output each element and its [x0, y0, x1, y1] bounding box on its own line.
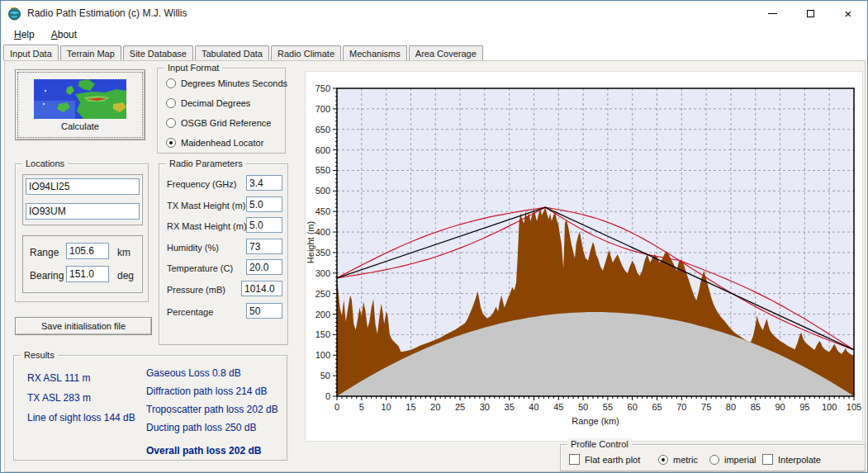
- radio-icon: [166, 98, 176, 108]
- menu-about[interactable]: About: [48, 27, 80, 42]
- svg-text:60: 60: [628, 402, 638, 412]
- svg-text:600: 600: [315, 145, 330, 155]
- svg-text:40: 40: [529, 402, 538, 412]
- svg-text:30: 30: [480, 402, 490, 412]
- radio-decimal-degrees[interactable]: Decimal Degrees: [166, 98, 250, 108]
- radio-icon: [166, 138, 176, 148]
- flat-earth-checkbox[interactable]: Flat earth plot: [569, 454, 640, 465]
- svg-text:50: 50: [320, 371, 330, 381]
- option-label: OSGB Grid Reference: [181, 118, 271, 128]
- radio-icon: [658, 455, 668, 465]
- results-title: Results: [21, 349, 58, 361]
- locator-panel: [22, 174, 143, 225]
- tab-site-database[interactable]: Site Database: [123, 45, 193, 60]
- rx-mast-height-input[interactable]: [246, 217, 282, 233]
- radio-icon: [709, 455, 719, 465]
- tx-locator-input[interactable]: [26, 178, 140, 195]
- input-format-title: Input Format: [164, 62, 222, 73]
- result-troposcatter-loss: Troposcatter path loss 202 dB: [146, 404, 278, 415]
- percentage-input[interactable]: [246, 303, 282, 319]
- app-window: Radio Path Estimation (c) M.J. Willis × …: [0, 0, 868, 473]
- imperial-label: imperial: [724, 455, 757, 465]
- svg-text:95: 95: [799, 402, 809, 412]
- tab-radio-climate[interactable]: Radio Climate: [271, 45, 341, 60]
- option-label: Degrees Minutes Seconds: [181, 78, 287, 88]
- radio-degrees-minutes-seconds[interactable]: Degrees Minutes Seconds: [166, 78, 287, 88]
- svg-text:0: 0: [334, 402, 339, 412]
- svg-text:10: 10: [381, 402, 391, 412]
- menu-help[interactable]: Help: [11, 27, 38, 42]
- flat-earth-label: Flat earth plot: [585, 455, 640, 465]
- svg-text:0: 0: [325, 391, 330, 401]
- tab-terrain-map[interactable]: Terrain Map: [60, 45, 121, 60]
- locations-title: Locations: [22, 158, 68, 169]
- temperature-input[interactable]: [246, 259, 282, 275]
- result-line-of-sight-loss: Line of sight loss 144 dB: [27, 412, 135, 423]
- europe-map-image: [34, 79, 126, 119]
- humidity-label: Humidity (%): [167, 243, 219, 253]
- result-ducting-loss: Ducting path loss 250 dB: [146, 422, 256, 433]
- menu-bar: Help About: [1, 26, 867, 44]
- profile-chart-svg: 0510152025303540455055606570758085909510…: [306, 72, 864, 442]
- tx-mast-height-input[interactable]: [246, 196, 282, 212]
- humidity-input[interactable]: [246, 239, 282, 254]
- minimize-icon: [768, 13, 777, 14]
- close-icon: ×: [845, 7, 852, 20]
- svg-text:100: 100: [822, 402, 837, 412]
- pressure-input[interactable]: [241, 281, 282, 296]
- metric-label: metric: [673, 455, 698, 465]
- svg-text:300: 300: [315, 268, 330, 278]
- range-bearing-panel: Range km Bearing deg: [22, 235, 143, 293]
- tab-area-coverage[interactable]: Area Coverage: [409, 45, 483, 60]
- svg-text:45: 45: [553, 402, 563, 412]
- input-data-page: Calculate Input Format Degrees Minutes S…: [4, 60, 866, 472]
- svg-text:5: 5: [359, 402, 364, 412]
- close-button[interactable]: ×: [829, 1, 867, 26]
- svg-text:55: 55: [603, 402, 613, 412]
- title-bar: Radio Path Estimation (c) M.J. Willis ×: [1, 1, 867, 26]
- svg-text:20: 20: [430, 402, 440, 412]
- radio-maidenhead-locator[interactable]: Maidenhead Locator: [166, 138, 263, 148]
- pressure-label: Pressure (mB): [167, 285, 225, 295]
- range-input[interactable]: [66, 243, 109, 259]
- radio-parameters-title: Radio Parameters: [166, 158, 246, 169]
- tab-mechanisms[interactable]: Mechanisms: [343, 45, 407, 60]
- result-rx-asl: RX ASL 111 m: [27, 372, 90, 384]
- frequency-input[interactable]: [246, 175, 282, 191]
- interpolate-checkbox[interactable]: Interpolate: [762, 454, 821, 465]
- radio-icon: [166, 78, 176, 88]
- frequency-label: Frequency (GHz): [167, 179, 236, 189]
- svg-text:750: 750: [315, 83, 330, 93]
- svg-text:450: 450: [315, 206, 330, 216]
- minimize-button[interactable]: [753, 1, 791, 26]
- result-gaseous-loss: Gaseous Loss 0.8 dB: [146, 367, 241, 379]
- maximize-button[interactable]: [791, 1, 829, 26]
- range-label: Range: [30, 247, 59, 258]
- bearing-input[interactable]: [66, 266, 109, 282]
- profile-control-title: Profile Control: [567, 438, 632, 450]
- maximize-icon: [807, 10, 814, 17]
- svg-text:500: 500: [315, 186, 330, 196]
- checkbox-icon: [762, 454, 773, 465]
- radio-imperial[interactable]: imperial: [709, 455, 757, 465]
- chart-panel: 0510152025303540455055606570758085909510…: [305, 71, 863, 442]
- tab-strip: Input Data Terrain Map Site Database Tab…: [1, 44, 867, 60]
- radio-metric[interactable]: metric: [658, 455, 698, 465]
- option-label: Decimal Degrees: [181, 98, 250, 108]
- x-axis-label: Range (km): [572, 416, 619, 426]
- tab-tabulated-data[interactable]: Tabulated Data: [195, 45, 269, 60]
- save-initialisation-button[interactable]: Save initialisation file: [15, 317, 152, 335]
- calculate-button[interactable]: Calculate: [15, 69, 145, 140]
- rx-locator-input[interactable]: [26, 203, 140, 220]
- svg-text:85: 85: [751, 402, 761, 412]
- result-overall-loss: Overall path loss 202 dB: [146, 445, 261, 456]
- radio-osgb-grid-reference[interactable]: OSGB Grid Reference: [166, 118, 271, 128]
- window-title: Radio Path Estimation (c) M.J. Willis: [27, 7, 187, 19]
- radio-icon: [166, 118, 176, 128]
- option-label: Maidenhead Locator: [181, 138, 263, 148]
- tab-input-data[interactable]: Input Data: [3, 45, 59, 60]
- interpolate-label: Interpolate: [778, 455, 821, 465]
- svg-text:150: 150: [315, 329, 330, 339]
- checkbox-icon: [569, 454, 580, 465]
- rx-mast-height-label: RX Mast Height (m): [167, 221, 247, 231]
